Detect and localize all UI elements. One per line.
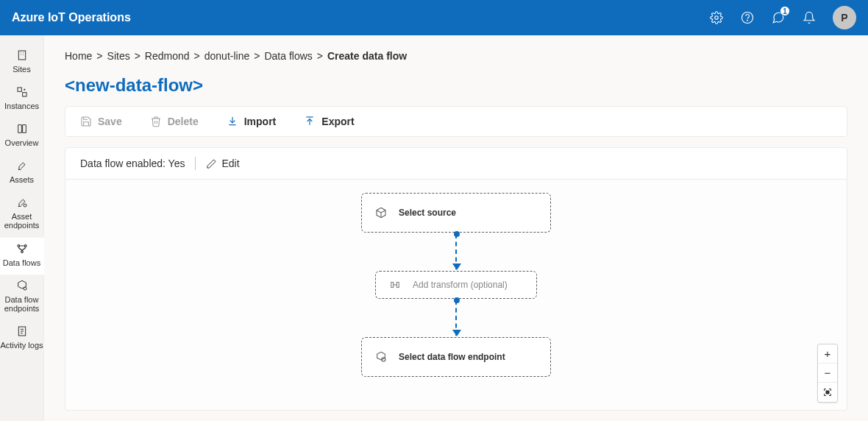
cube-icon <box>375 207 387 219</box>
sidebar-item-activity-logs[interactable]: Activity logs <box>0 320 44 357</box>
instances-icon <box>15 85 29 99</box>
svg-point-12 <box>18 244 20 247</box>
sidebar-item-label: Data flow endpoints <box>0 295 44 313</box>
delete-label: Delete <box>168 116 199 127</box>
dataflow-enabled-status: Data flow enabled: Yes <box>80 158 185 169</box>
app-title: Azure IoT Operations <box>12 11 131 24</box>
svg-point-14 <box>21 250 23 252</box>
select-endpoint-node[interactable]: Select data flow endpoint <box>361 337 551 377</box>
edit-icon <box>206 158 217 169</box>
sidebar-item-label: Overview <box>5 138 39 147</box>
zoom-out-button[interactable]: − <box>818 364 837 383</box>
sidebar-item-label: Assets <box>10 175 34 184</box>
export-button[interactable]: Export <box>304 116 354 127</box>
delete-icon <box>150 116 162 127</box>
notifications-icon[interactable] <box>802 10 817 25</box>
crumb-sites[interactable]: Sites <box>107 50 130 62</box>
delete-button: Delete <box>150 116 199 127</box>
svg-rect-8 <box>18 88 21 91</box>
sidebar-item-label: Sites <box>13 65 30 74</box>
avatar[interactable]: P <box>833 6 856 29</box>
feedback-icon[interactable]: 1 <box>771 10 786 25</box>
arm-icon <box>15 159 29 172</box>
save-button: Save <box>80 116 122 127</box>
log-icon <box>15 325 29 338</box>
svg-point-2 <box>747 20 748 21</box>
svg-rect-3 <box>18 51 25 60</box>
connector <box>455 300 457 336</box>
sidebar-item-label: Activity logs <box>0 341 43 350</box>
breadcrumb: Home> Sites> Redmond> donut-line> Data f… <box>65 50 847 62</box>
import-label: Import <box>244 116 277 127</box>
help-icon[interactable] <box>740 10 755 25</box>
sidebar-item-sites[interactable]: Sites <box>0 44 44 81</box>
page-title: <new-data-flow> <box>65 75 847 96</box>
sidebar-item-label: Data flows <box>3 258 40 267</box>
sidebar-item-label: Instances <box>4 102 39 110</box>
sidebar-item-overview[interactable]: Overview <box>0 118 44 155</box>
svg-point-10 <box>24 89 24 90</box>
sidebar-item-asset-endpoints[interactable]: Asset endpoints <box>0 191 44 237</box>
svg-rect-25 <box>396 283 399 288</box>
svg-rect-24 <box>391 283 394 288</box>
svg-point-11 <box>24 204 26 207</box>
flow-canvas[interactable]: Select source Add transform (optional) S… <box>65 180 847 411</box>
svg-rect-28 <box>826 391 829 394</box>
add-transform-node[interactable]: Add transform (optional) <box>375 271 537 299</box>
sidebar-item-data-flow-endpoints[interactable]: Data flow endpoints <box>0 275 44 320</box>
crumb-site[interactable]: Redmond <box>145 50 190 62</box>
settings-icon[interactable] <box>709 10 724 25</box>
svg-point-13 <box>24 244 26 247</box>
sidebar-item-assets[interactable]: Assets <box>0 155 44 191</box>
import-button[interactable]: Import <box>227 116 277 127</box>
flow-column: Select source Add transform (optional) S… <box>361 193 551 377</box>
topbar-right: 1 P <box>709 6 856 29</box>
feedback-badge: 1 <box>780 6 790 16</box>
status-bar: Data flow enabled: Yes Edit <box>65 147 847 180</box>
zoom-fit-button[interactable] <box>818 383 837 402</box>
sidebar-item-label: Asset endpoints <box>0 212 44 230</box>
svg-point-1 <box>742 13 753 24</box>
toolbar: Save Delete Import Export <box>65 106 847 137</box>
sidebar-item-instances[interactable]: Instances <box>0 81 44 118</box>
save-icon <box>80 116 92 127</box>
main: Home> Sites> Redmond> donut-line> Data f… <box>44 35 868 421</box>
transform-icon <box>389 279 401 291</box>
connector <box>455 234 457 269</box>
import-icon <box>227 116 238 127</box>
endpoint-label: Select data flow endpoint <box>399 352 505 362</box>
building-icon <box>15 49 29 62</box>
svg-point-0 <box>715 16 719 20</box>
edit-button[interactable]: Edit <box>206 158 239 169</box>
transform-label: Add transform (optional) <box>413 280 508 290</box>
endpoint-icon <box>375 351 387 363</box>
crumb-current: Create data flow <box>327 50 407 62</box>
flow-icon <box>15 242 29 255</box>
source-label: Select source <box>399 208 456 218</box>
sidebar: Sites Instances Overview Assets Asset en… <box>0 35 44 421</box>
svg-rect-9 <box>22 93 26 96</box>
edit-label: Edit <box>221 158 239 169</box>
crumb-home[interactable]: Home <box>65 50 92 62</box>
crumb-instance[interactable]: donut-line <box>204 50 250 62</box>
divider <box>195 157 196 170</box>
arm-link-icon <box>15 196 29 209</box>
zoom-in-button[interactable]: + <box>818 344 837 364</box>
save-label: Save <box>98 116 122 127</box>
cube-link-icon <box>15 279 29 292</box>
export-icon <box>304 116 316 127</box>
export-label: Export <box>321 116 354 127</box>
svg-point-15 <box>24 287 26 290</box>
zoom-controls: + − <box>817 344 838 403</box>
topbar: Azure IoT Operations 1 P <box>0 0 868 35</box>
sidebar-item-data-flows[interactable]: Data flows <box>0 238 44 275</box>
select-source-node[interactable]: Select source <box>361 193 551 233</box>
crumb-dataflows[interactable]: Data flows <box>264 50 312 62</box>
book-icon <box>15 122 29 135</box>
